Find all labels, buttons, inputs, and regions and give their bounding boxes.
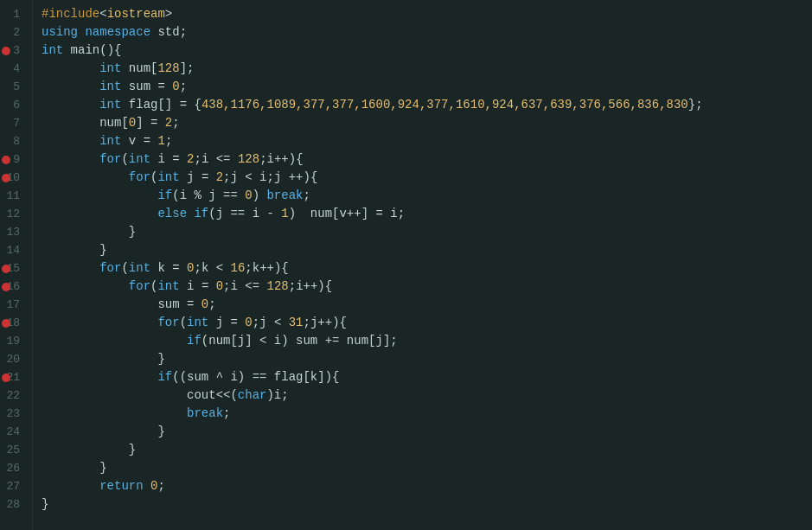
code-line-11: if(i % j == 0) break;: [42, 187, 812, 205]
code-line-4: int num[128];: [42, 60, 812, 78]
code-editor: 1 2 3 4 5 6 7 8 9 10 11 12 13 14 15 16 1…: [0, 0, 812, 530]
code-content: #include<iostream> using namespace std; …: [33, 0, 812, 530]
line-number-15: 15: [0, 259, 25, 278]
line-number-18: 18: [0, 314, 25, 332]
code-line-1: #include<iostream>: [42, 5, 812, 23]
line-number-16: 16: [0, 278, 25, 296]
line-number-12: 12: [0, 205, 25, 223]
line-number-3: 3: [0, 42, 25, 60]
code-line-5: int sum = 0;: [42, 78, 812, 96]
code-line-18: for(int j = 0;j < 31;j++){: [42, 314, 812, 332]
code-line-13: }: [42, 223, 812, 241]
code-line-6: int flag[] = {438,1176,1089,377,377,1600…: [42, 96, 812, 114]
line-number-26: 26: [0, 459, 25, 477]
line-number-7: 7: [0, 114, 25, 132]
line-number-2: 2: [0, 23, 25, 42]
code-line-25: }: [42, 441, 812, 459]
line-number-10: 10: [0, 169, 25, 187]
line-number-1: 1: [0, 5, 25, 23]
line-number-17: 17: [0, 296, 25, 314]
line-number-25: 25: [0, 441, 25, 459]
line-number-21: 21: [0, 368, 25, 386]
code-line-15: for(int k = 0;k < 16;k++){: [42, 259, 812, 278]
line-number-4: 4: [0, 60, 25, 78]
code-line-14: }: [42, 241, 812, 259]
line-number-9: 9: [0, 150, 25, 169]
code-line-12: else if(j == i - 1) num[v++] = i;: [42, 205, 812, 223]
code-line-16: for(int i = 0;i <= 128;i++){: [42, 278, 812, 296]
code-line-27: return 0;: [42, 477, 812, 495]
code-line-24: }: [42, 423, 812, 441]
line-number-23: 23: [0, 405, 25, 423]
code-line-9: for(int i = 2;i <= 128;i++){: [42, 150, 812, 169]
line-number-5: 5: [0, 78, 25, 96]
code-line-28: }: [42, 495, 812, 514]
line-number-28: 28: [0, 495, 25, 514]
code-line-22: cout<<(char)i;: [42, 386, 812, 405]
code-line-20: }: [42, 350, 812, 368]
line-number-13: 13: [0, 223, 25, 241]
line-number-6: 6: [0, 96, 25, 114]
code-line-21: if((sum ^ i) == flag[k]){: [42, 368, 812, 386]
code-line-17: sum = 0;: [42, 296, 812, 314]
line-number-22: 22: [0, 386, 25, 405]
code-line-8: int v = 1;: [42, 132, 812, 150]
code-line-26: }: [42, 459, 812, 477]
line-number-19: 19: [0, 332, 25, 350]
line-numbers: 1 2 3 4 5 6 7 8 9 10 11 12 13 14 15 16 1…: [0, 0, 33, 530]
code-line-10: for(int j = 2;j < i;j ++){: [42, 169, 812, 187]
line-number-8: 8: [0, 132, 25, 150]
line1-text: #include: [42, 5, 99, 23]
line-number-27: 27: [0, 477, 25, 495]
line-number-14: 14: [0, 241, 25, 259]
code-line-3: int main(){: [42, 42, 812, 60]
line-number-20: 20: [0, 350, 25, 368]
line-number-24: 24: [0, 423, 25, 441]
code-line-2: using namespace std;: [42, 23, 812, 42]
code-line-7: num[0] = 2;: [42, 114, 812, 132]
code-line-23: break;: [42, 405, 812, 423]
code-line-19: if(num[j] < i) sum += num[j];: [42, 332, 812, 350]
line-number-11: 11: [0, 187, 25, 205]
